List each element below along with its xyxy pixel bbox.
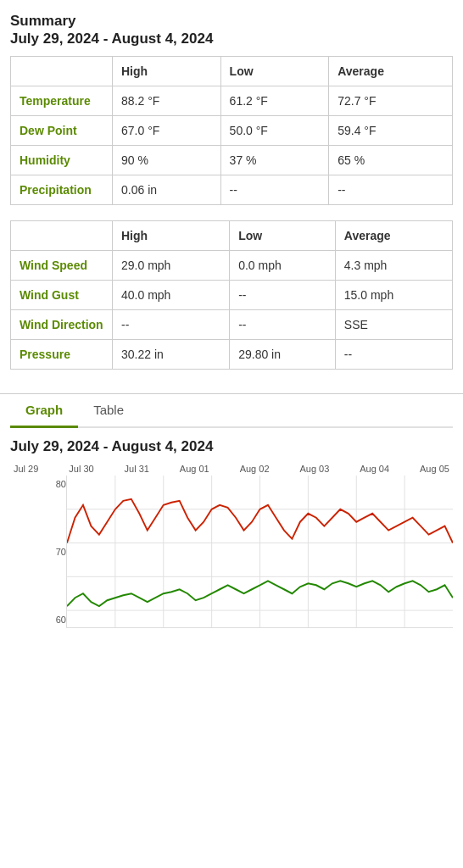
row-high: 29.0 mph [113, 251, 230, 281]
x-label: Jul 30 [69, 464, 93, 474]
row-low: -- [230, 310, 336, 340]
tab-table[interactable]: Table [78, 394, 139, 428]
chart-wrapper: 807060 [41, 476, 453, 628]
y-label: 60 [41, 615, 66, 625]
row-average: 4.3 mph [335, 251, 452, 281]
x-axis-labels: Jul 29Jul 30Jul 31Aug 01Aug 02Aug 03Aug … [10, 464, 453, 474]
x-label: Aug 02 [240, 464, 270, 474]
row-label: Precipitation [11, 175, 113, 205]
x-label: Aug 03 [299, 464, 329, 474]
table2: High Low Average Wind Speed 29.0 mph 0.0… [10, 220, 453, 370]
table-row: Wind Speed 29.0 mph 0.0 mph 4.3 mph [11, 251, 453, 281]
tabs-section: Graph Table [0, 393, 463, 428]
row-low: 61.2 °F [220, 86, 329, 116]
row-label: Pressure [11, 340, 113, 370]
summary-title: Summary [10, 12, 453, 31]
row-high: 90 % [113, 146, 221, 175]
table2-col-average: Average [335, 221, 452, 251]
row-low: 37 % [220, 146, 329, 175]
x-label: Aug 04 [360, 464, 389, 474]
row-label: Wind Speed [11, 251, 113, 281]
row-low: -- [220, 175, 329, 205]
row-average: 72.7 °F [329, 86, 453, 116]
table2-col-high: High [113, 221, 230, 251]
table1-col-average: Average [329, 57, 453, 86]
table-row: Wind Gust 40.0 mph -- 15.0 mph [11, 281, 453, 310]
row-label: Humidity [11, 146, 113, 175]
graph-section: July 29, 2024 - August 4, 2024 Jul 29Jul… [0, 428, 463, 628]
row-average: -- [335, 340, 452, 370]
chart-svg [66, 476, 453, 628]
table-row: Humidity 90 % 37 % 65 % [11, 146, 453, 175]
row-low: 0.0 mph [230, 251, 336, 281]
table-row: Pressure 30.22 in 29.80 in -- [11, 340, 453, 370]
table-row: Temperature 88.2 °F 61.2 °F 72.7 °F [11, 86, 453, 116]
row-label: Temperature [11, 86, 113, 116]
graph-title: July 29, 2024 - August 4, 2024 [10, 438, 453, 455]
tab-graph[interactable]: Graph [10, 394, 78, 428]
x-label: Aug 01 [180, 464, 209, 474]
row-average: 15.0 mph [335, 281, 452, 310]
row-high: -- [113, 310, 230, 340]
table2-col-low: Low [230, 221, 336, 251]
row-average: -- [329, 175, 453, 205]
table-row: Dew Point 67.0 °F 50.0 °F 59.4 °F [11, 116, 453, 146]
x-label: Jul 29 [14, 464, 38, 474]
row-low: -- [230, 281, 336, 310]
row-high: 30.22 in [113, 340, 230, 370]
row-low: 50.0 °F [220, 116, 329, 146]
y-axis: 807060 [41, 476, 66, 628]
x-label: Aug 05 [420, 464, 449, 474]
row-high: 67.0 °F [113, 116, 221, 146]
table2-col-empty [11, 221, 113, 251]
y-label: 80 [41, 479, 66, 489]
tabs-bar: Graph Table [10, 394, 453, 428]
row-high: 40.0 mph [113, 281, 230, 310]
x-label: Jul 31 [125, 464, 149, 474]
table1-col-low: Low [220, 57, 329, 86]
row-high: 88.2 °F [113, 86, 221, 116]
summary-section: Summary July 29, 2024 - August 4, 2024 H… [0, 0, 463, 393]
summary-date: July 29, 2024 - August 4, 2024 [10, 31, 453, 47]
row-label: Dew Point [11, 116, 113, 146]
table1: High Low Average Temperature 88.2 °F 61.… [10, 56, 453, 205]
table1-col-empty [11, 57, 113, 86]
chart-svg-element [67, 476, 453, 627]
row-label: Wind Direction [11, 310, 113, 340]
row-average: 65 % [329, 146, 453, 175]
row-low: 29.80 in [230, 340, 336, 370]
table-row: Wind Direction -- -- SSE [11, 310, 453, 340]
table-row: Precipitation 0.06 in -- -- [11, 175, 453, 205]
row-label: Wind Gust [11, 281, 113, 310]
y-label: 70 [41, 547, 66, 557]
row-high: 0.06 in [113, 175, 221, 205]
row-average: 59.4 °F [329, 116, 453, 146]
table1-col-high: High [113, 57, 221, 86]
row-average: SSE [335, 310, 452, 340]
